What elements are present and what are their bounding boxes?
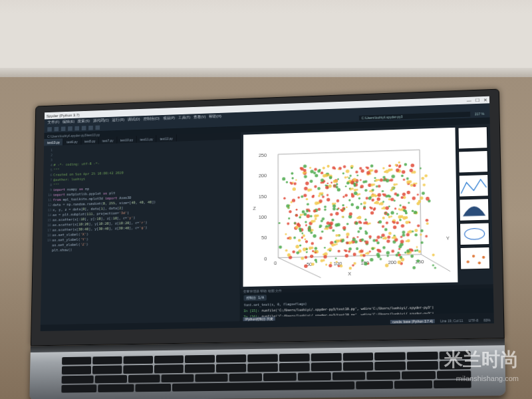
menu-item[interactable]: 工具(T) [178,115,190,120]
svg-point-302 [382,246,386,249]
svg-text:100: 100 [259,214,267,220]
system-tray[interactable]: 10:03 2020/4/25 [478,326,492,331]
open-file-icon[interactable] [55,126,59,131]
run-icon[interactable] [68,126,72,131]
plot-thumb[interactable] [459,198,489,221]
svg-point-565 [283,197,286,200]
svg-point-165 [302,213,304,215]
step-icon[interactable] [88,125,93,130]
svg-point-175 [335,212,338,215]
svg-point-26 [335,257,337,259]
taskbar-date[interactable]: 2020/4/25 [478,330,492,331]
minimize-icon[interactable]: — [467,98,471,103]
close-icon[interactable]: ✕ [483,97,487,102]
plot-thumb[interactable] [458,126,487,149]
taskbar-clock[interactable]: 10:03 [478,326,492,330]
menu-item[interactable]: 调试(D) [128,117,140,122]
stop-icon[interactable] [95,125,100,130]
svg-text:X: X [348,271,351,277]
laptop-bezel: Spyder (Python 3.7) — ☐ ✕ 文件(F)编辑(E)搜索(S… [31,89,505,346]
svg-point-183 [388,215,391,218]
svg-point-580 [307,214,311,218]
code-editor-pane[interactable]: test13.pytest6.pytest5.pytest7.pytest10.… [41,132,240,325]
svg-point-163 [301,237,303,239]
debug-icon[interactable] [82,126,86,130]
svg-text:Y: Y [446,235,450,241]
save-icon[interactable] [61,126,66,131]
maximize-icon[interactable]: ☐ [475,98,479,103]
menu-item[interactable]: 搜索(S) [78,118,90,123]
svg-point-247 [321,172,323,174]
window-controls[interactable]: — ☐ ✕ [467,97,487,103]
menu-item[interactable]: 控制台(O) [143,116,160,121]
plot-thumb[interactable] [460,247,490,270]
plot-canvas[interactable]: 0 50100 150200 250 050 100150 200250 X Y [243,128,458,287]
svg-point-398 [391,175,395,179]
svg-point-120 [325,264,327,266]
plot-thumb[interactable] [460,223,489,246]
svg-point-46 [296,209,298,211]
svg-point-267 [365,253,367,255]
svg-point-193 [314,185,317,188]
svg-point-384 [309,167,311,169]
svg-point-532 [369,251,371,253]
menu-item[interactable]: 源代码(C) [93,118,109,122]
svg-point-222 [285,249,288,252]
spyder-icon[interactable] [188,331,198,331]
run-cell-icon[interactable] [74,126,79,130]
plot-thumb[interactable] [458,150,488,173]
svg-point-345 [285,233,287,235]
svg-point-617 [472,255,475,257]
svg-point-414 [311,220,314,223]
menu-item[interactable]: 文件(F) [47,120,59,124]
svg-point-131 [310,215,313,217]
svg-point-600 [318,195,321,198]
new-file-icon[interactable] [47,127,52,132]
svg-text:150: 150 [259,194,267,200]
svg-point-555 [315,217,317,220]
menu-item[interactable]: 查看(V) [194,114,206,119]
zoom-level[interactable]: 217 % [473,112,486,116]
svg-point-427 [323,255,327,258]
svg-point-379 [360,249,364,253]
console-tab-label[interactable]: IPython控制台 历史 [243,317,275,321]
code-editor[interactable]: 1 2 3 4 5 6 7 8 9 10 11 12 13 14 15 16 1… [41,139,240,325]
console-tab[interactable]: 控制台 1/A [243,295,267,301]
status-kernel[interactable]: conda: base (Python 3.7.4) [390,319,435,324]
svg-point-460 [305,182,309,186]
keyboard [61,351,471,393]
svg-point-227 [345,186,347,188]
line-number-gutter: 1 2 3 4 5 6 7 8 9 10 11 12 13 14 15 16 1… [41,148,54,325]
svg-point-380 [346,223,349,225]
svg-point-191 [306,251,308,253]
svg-point-36 [382,217,385,219]
file-explorer-icon[interactable] [166,331,176,331]
menu-item[interactable]: 帮助(H) [209,114,221,118]
svg-point-433 [314,168,317,170]
plot-thumb[interactable] [459,174,489,197]
svg-point-217 [410,164,414,168]
store-icon[interactable] [177,331,186,331]
svg-point-258 [307,189,311,192]
plot-panel: 0 50100 150200 250 050 100150 200250 X Y [241,124,493,289]
svg-point-94 [360,169,364,172]
svg-point-557 [390,211,394,214]
svg-point-599 [310,180,313,183]
svg-point-615 [465,228,485,239]
menu-item[interactable]: 项目(P) [163,116,176,120]
svg-point-533 [324,205,327,208]
svg-point-220 [382,225,384,227]
menu-item[interactable]: 编辑(E) [63,119,74,124]
svg-point-86 [348,177,350,179]
svg-point-499 [360,185,364,188]
svg-point-338 [319,225,323,228]
svg-point-299 [296,251,299,255]
laptop: Spyder (Python 3.7) — ☐ ✕ 文件(F)编辑(E)搜索(S… [29,89,505,399]
svg-point-182 [282,177,285,180]
svg-point-549 [346,206,348,208]
svg-point-455 [382,201,384,203]
plot-thumbnail-strip[interactable] [458,126,490,282]
menu-item[interactable]: 运行(R) [112,117,124,122]
svg-point-556 [373,208,376,211]
svg-point-452 [402,231,405,234]
